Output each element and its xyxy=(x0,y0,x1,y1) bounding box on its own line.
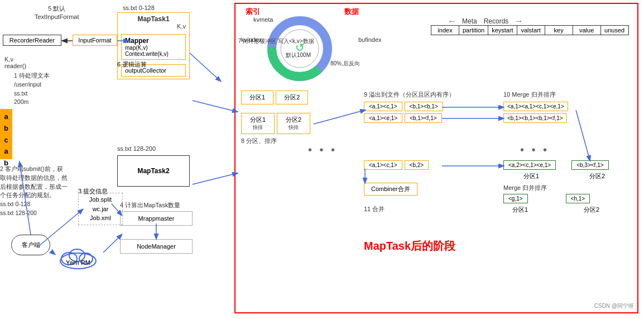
merged-cell-1: <a,1><a,1><c,1><e,1> xyxy=(503,102,568,111)
lower-data-area: <a,1><c,1> <b,2> xyxy=(364,160,429,172)
lower-data-row: <a,1><c,1> <b,2> xyxy=(364,160,429,170)
section-labels-row2: 分区1 分区2 xyxy=(503,206,619,214)
header-keystart: keystart xyxy=(488,26,517,35)
maptask1-box: MapTask1 K,v Mapper map(K,v) Context.wri… xyxy=(117,12,190,79)
rl-cell-1: <a,2><c,1><e,1> xyxy=(503,160,556,170)
dots-right: • • • xyxy=(520,144,549,156)
donut-area: ↺ xyxy=(263,12,364,85)
section-label-2a: 分区2 xyxy=(575,172,619,180)
svg-line-18 xyxy=(314,110,365,124)
main-container: 5 默认 TextInputFormat ss.txt 0-128 MapTas… xyxy=(0,0,644,319)
red-box: 索引 kvmeta 数据 bufindex kvindex ← Meta Rec… xyxy=(234,3,638,313)
data-row-1: <a,1><c,1> <b,1><b,1> xyxy=(364,102,443,111)
header-key: key xyxy=(545,26,573,35)
header-partition: partition xyxy=(459,26,488,35)
lower-b2: <b,2> xyxy=(405,160,429,170)
merged-row-1: <a,1><a,1><c,1><e,1> xyxy=(503,102,568,111)
default-100m: 默认100M xyxy=(286,51,311,59)
recorder-reader-box: RecorderReader xyxy=(3,35,61,46)
orange-block: a b c a b xyxy=(0,109,12,159)
svg-line-8 xyxy=(103,235,122,253)
maptask2-label: MapTask2 xyxy=(121,167,186,175)
header-unused: unused xyxy=(600,26,628,35)
text-block-left: 1 待处理文本 /user/input ss.txt 200m xyxy=(14,72,50,107)
client-box: 客户端 xyxy=(11,235,50,255)
text-block-left2: 2 客户端submit()前，获 取待处理数据的信息，然 后根据参数配置，形成一… xyxy=(0,165,68,218)
nodemanager-box: NodeManager xyxy=(120,239,193,254)
right-lower: <a,2><c,1><e,1> <b,3><f,1> 分区1 分区2 Merge… xyxy=(503,160,619,214)
data-cell-a1c1: <a,1><c,1> xyxy=(364,102,402,111)
lower-a1c1: <a,1><c,1> xyxy=(364,160,402,170)
svg-line-23 xyxy=(576,110,590,160)
rl-cell-g1: <g,1> xyxy=(503,194,528,203)
data-cell-a1e1: <a,1><e,1> xyxy=(364,113,402,123)
rl-cell-2: <b,3><f,1> xyxy=(571,160,608,170)
label7: 7 向环形缓冲区 写入<k,v>数据 xyxy=(238,37,314,45)
section-labels-row1: 分区1 分区2 xyxy=(503,172,619,180)
mrappmaster-box: Mrappmaster xyxy=(120,211,193,226)
rl-cell-h1: <h,1> xyxy=(566,194,590,203)
ss-txt-label: ss.txt 0-128 xyxy=(123,4,155,11)
input-format-box: InputFormat xyxy=(73,35,117,46)
maptask1-kv: K,v xyxy=(121,23,186,30)
svg-line-6 xyxy=(190,53,220,81)
kv-reader-label: K,v reader() xyxy=(4,56,26,69)
left-panel: 5 默认 TextInputFormat ss.txt 0-128 MapTas… xyxy=(0,0,234,319)
dots-mid: • • • xyxy=(308,144,337,156)
maptask-stage-label: MapTask后的阶段 xyxy=(364,239,455,254)
job-split-box: Job.split wc.jar Job.xml xyxy=(78,193,123,225)
section-label-1a: 分区1 xyxy=(503,172,559,180)
partition-row1: 分区1 分区2 xyxy=(241,91,308,104)
partition-box-1: 分区1 xyxy=(241,91,273,104)
merged-row-2: <b,1><b,1><b,1><f,1> xyxy=(503,113,568,123)
data-cell-b1f1: <b,1><f,1> xyxy=(405,113,441,123)
section-label-1b: 分区1 xyxy=(503,206,537,214)
yarn-cloud-svg xyxy=(56,245,100,270)
right-lower-row1: <a,2><c,1><e,1> <b,3><f,1> xyxy=(503,160,619,170)
percent-80: 80%,后反向 xyxy=(330,60,360,68)
data-row-2: <a,1><e,1> <b,1><f,1> xyxy=(364,113,443,123)
mapper-label: Mapper xyxy=(125,37,182,45)
combiner-box: Combiner合并 xyxy=(364,183,417,196)
label-9: 9 溢出到文件（分区且区内有序） xyxy=(364,91,455,99)
merged-cell-2: <b,1><b,1><b,1><f,1> xyxy=(503,113,567,123)
maptask1-title: MapTask1 xyxy=(121,15,186,23)
label-11: 11 合并 xyxy=(364,205,385,213)
label6: 6 逻辑运算 xyxy=(117,60,147,69)
merge-label: Merge 归并排序 xyxy=(503,184,619,192)
mapper-line1: map(K,v) xyxy=(125,45,182,51)
mapper-line2: Context.write(k,v) xyxy=(125,51,182,57)
yarn-cloud: Yarn RM xyxy=(53,240,103,271)
partition-box-quicksort-2: 分区2 快排 xyxy=(277,113,310,134)
header-table: index partition keystart valstart key va… xyxy=(431,25,629,35)
ss-txt2-label: ss.txt 128-200 xyxy=(117,145,156,152)
data-rows-area: <a,1><c,1> <b,1><b,1> <a,1><e,1> <b,1><f… xyxy=(364,102,443,125)
partition-box-2: 分区2 xyxy=(276,91,308,104)
header-value: value xyxy=(573,26,600,35)
csdn-label: CSDN @阿宁呀 xyxy=(594,302,634,310)
records-text: Records xyxy=(484,17,509,25)
yarn-label: Yarn RM xyxy=(66,259,90,266)
header-valstart: valstart xyxy=(517,26,545,35)
label-10: 10 Merge 归并排序 xyxy=(503,91,556,99)
index-label: 索引 xyxy=(246,7,260,17)
maptask2-box: MapTask2 xyxy=(117,155,190,187)
label-4-calc: 4 计算出MapTask数量 xyxy=(120,201,180,210)
header-index: index xyxy=(431,26,459,35)
merged-rows-area: <a,1><a,1><c,1><e,1> <b,1><b,1><b,1><f,1… xyxy=(503,102,568,125)
donut-chart: ↺ xyxy=(263,12,336,85)
partition-row2: 分区1 快排 分区2 快排 xyxy=(241,113,310,134)
label-5-default: 5 默认 TextInputFormat xyxy=(35,4,79,22)
partition-box-quicksort-1: 分区1 快排 xyxy=(241,113,275,134)
meta-text: Meta xyxy=(462,17,477,25)
section-label-2b: 分区2 xyxy=(575,206,608,214)
data-cell-b1b1: <b,1><b,1> xyxy=(405,102,443,111)
label-8: 8 分区、排序 xyxy=(241,137,277,145)
right-lower-row2: <g,1> <h,1> xyxy=(503,194,619,203)
